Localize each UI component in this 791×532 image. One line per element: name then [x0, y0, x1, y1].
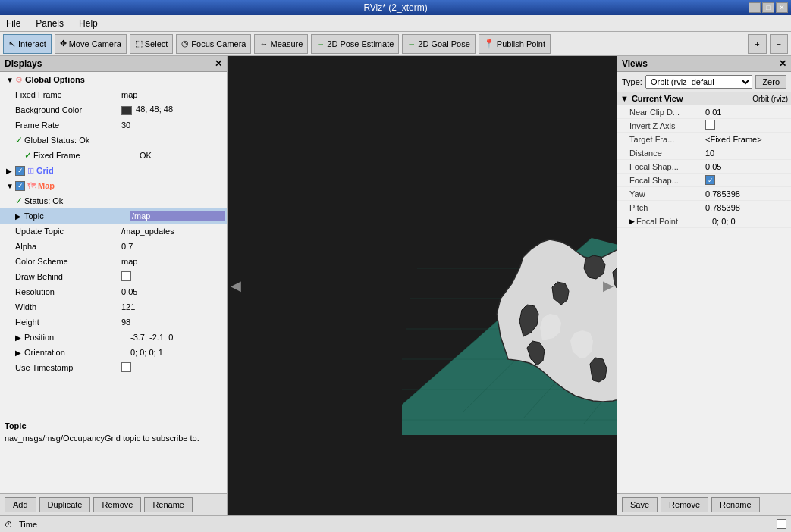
grid-checkbox[interactable]: ✓ [15, 166, 25, 176]
map-topic-row[interactable]: ▶ Topic /map [0, 208, 227, 224]
target-frame-label: Target Fra... [629, 135, 705, 144]
2d-pose-button[interactable]: → 2D Pose Estimate [311, 34, 399, 54]
2d-goal-button[interactable]: → 2D Goal Pose [402, 34, 475, 54]
orientation-row[interactable]: ▶ Orientation 0; 0; 0; 1 [0, 345, 227, 360]
target-frame-row[interactable]: Target Fra... <Fixed Frame> [617, 133, 791, 146]
background-color-row[interactable]: Background Color 48; 48; 48 [0, 102, 227, 117]
rename-button[interactable]: Rename [144, 497, 193, 512]
resolution-value: 0.05 [121, 287, 225, 296]
right-panel: Views ✕ Type: Orbit (rviz_defaul Zero ▼ … [617, 56, 791, 515]
width-row[interactable]: Width 121 [0, 299, 227, 315]
draw-behind-row[interactable]: Draw Behind [0, 269, 227, 284]
focal-shape2-checkbox[interactable]: ✓ [705, 175, 715, 185]
global-status-check: ✓ [15, 135, 23, 146]
distance-row[interactable]: Distance 10 [617, 146, 791, 160]
draw-behind-checkbox[interactable] [121, 271, 131, 281]
window-controls[interactable]: ─ □ ✕ [749, 2, 788, 13]
titlebar: RViz* (2_xterm) ─ □ ✕ [0, 0, 791, 15]
use-timestamp-row[interactable]: Use Timestamp [0, 360, 227, 375]
background-color-label: Background Color [15, 105, 121, 114]
near-clip-value: 0.01 [705, 108, 788, 117]
map-checkbox[interactable]: ✓ [15, 181, 25, 191]
orientation-arrow[interactable]: ▶ [15, 349, 24, 357]
update-topic-row[interactable]: Update Topic /map_updates [0, 224, 227, 239]
minimize-btn[interactable]: ─ [749, 2, 761, 13]
fixed-frame-row[interactable]: Fixed Frame map [0, 87, 227, 102]
focus-camera-label: Focus Camera [191, 39, 246, 49]
select-label: Select [145, 39, 168, 49]
alpha-label: Alpha [15, 242, 121, 251]
current-view-header[interactable]: ▼ Current View Orbit (rviz) [617, 92, 791, 105]
views-type-select[interactable]: Orbit (rviz_defaul [645, 75, 752, 89]
pitch-row[interactable]: Pitch 0.785398 [617, 201, 791, 214]
width-value: 121 [121, 302, 225, 311]
map-topic-arrow[interactable]: ▶ [15, 212, 24, 221]
height-value: 98 [121, 318, 225, 327]
views-save-button[interactable]: Save [622, 497, 658, 512]
interact-button[interactable]: ↖ Interact [3, 34, 52, 54]
focal-shape2-row[interactable]: Focal Shap... ✓ [617, 174, 791, 187]
displays-close-icon[interactable]: ✕ [215, 58, 222, 69]
select-button[interactable]: ⬚ Select [130, 34, 174, 54]
move-camera-button[interactable]: ✥ Move Camera [55, 34, 127, 54]
position-row[interactable]: ▶ Position -3.7; -2.1; 0 [0, 330, 227, 345]
add-toolbar-btn[interactable]: + [748, 34, 766, 54]
grid-row[interactable]: ▶ ✓ ⊞ Grid [0, 163, 227, 178]
views-rename-button[interactable]: Rename [711, 497, 760, 512]
interact-icon: ↖ [8, 39, 16, 49]
statusbar-checkbox[interactable] [777, 519, 786, 529]
invert-z-row[interactable]: Invert Z Axis [617, 119, 791, 133]
alpha-row[interactable]: Alpha 0.7 [0, 239, 227, 254]
focal-point-row[interactable]: ▶ Focal Point 0; 0; 0 [617, 214, 791, 228]
grid-arrow[interactable]: ▶ [6, 167, 15, 175]
publish-point-label: Publish Point [497, 39, 545, 49]
views-close-icon[interactable]: ✕ [779, 58, 786, 69]
focal-point-label: Focal Point [636, 217, 712, 226]
center-panel: ◀ ▶ [228, 56, 617, 515]
resolution-label: Resolution [15, 287, 121, 296]
global-options-arrow[interactable]: ▼ [6, 76, 15, 84]
use-timestamp-checkbox[interactable] [121, 362, 131, 372]
move-camera-label: Move Camera [69, 39, 121, 49]
near-clip-label: Near Clip D... [629, 108, 705, 117]
measure-icon: ↔ [259, 39, 268, 49]
menubar: File Panels Help [0, 15, 791, 32]
map-arrow[interactable]: ▼ [6, 182, 15, 190]
near-clip-row[interactable]: Near Clip D... 0.01 [617, 105, 791, 119]
menu-file[interactable]: File [3, 17, 24, 30]
nav-arrow-left[interactable]: ◀ [231, 277, 241, 294]
menu-panels[interactable]: Panels [33, 17, 67, 30]
measure-button[interactable]: ↔ Measure [254, 34, 308, 54]
height-row[interactable]: Height 98 [0, 315, 227, 330]
publish-point-button[interactable]: 📍 Publish Point [479, 34, 551, 54]
fixed-frame-status-row[interactable]: ✓ Fixed Frame OK [0, 148, 227, 163]
add-button[interactable]: Add [5, 497, 36, 512]
use-timestamp-value [121, 362, 225, 374]
map-status-row[interactable]: ✓ Status: Ok [0, 193, 227, 208]
duplicate-button[interactable]: Duplicate [39, 497, 91, 512]
views-remove-button[interactable]: Remove [661, 497, 708, 512]
views-type-row: Type: Orbit (rviz_defaul Zero [617, 72, 791, 92]
position-value: -3.7; -2.1; 0 [130, 333, 225, 342]
frame-rate-row[interactable]: Frame Rate 30 [0, 117, 227, 133]
color-scheme-row[interactable]: Color Scheme map [0, 254, 227, 269]
minus-toolbar-btn[interactable]: − [770, 34, 788, 54]
global-options-row[interactable]: ▼ ⚙ Global Options [0, 72, 227, 87]
map-row[interactable]: ▼ ✓ 🗺 Map [0, 178, 227, 193]
menu-help[interactable]: Help [76, 17, 101, 30]
position-arrow[interactable]: ▶ [15, 333, 24, 342]
invert-z-checkbox[interactable] [705, 120, 715, 130]
nav-arrow-right[interactable]: ▶ [603, 277, 614, 294]
focal-point-value: 0; 0; 0 [712, 217, 788, 226]
close-btn[interactable]: ✕ [776, 2, 788, 13]
maximize-btn[interactable]: □ [762, 2, 774, 13]
focus-camera-button[interactable]: ◎ Focus Camera [176, 34, 251, 54]
zero-button[interactable]: Zero [755, 75, 786, 89]
global-status-row[interactable]: ✓ Global Status: Ok [0, 133, 227, 148]
focal-shape1-row[interactable]: Focal Shap... 0.05 [617, 160, 791, 174]
yaw-row[interactable]: Yaw 0.785398 [617, 187, 791, 201]
background-color-value: 48; 48; 48 [121, 105, 225, 114]
remove-button[interactable]: Remove [93, 497, 141, 512]
resolution-row[interactable]: Resolution 0.05 [0, 284, 227, 299]
3d-viewport[interactable]: ◀ ▶ [228, 56, 617, 515]
